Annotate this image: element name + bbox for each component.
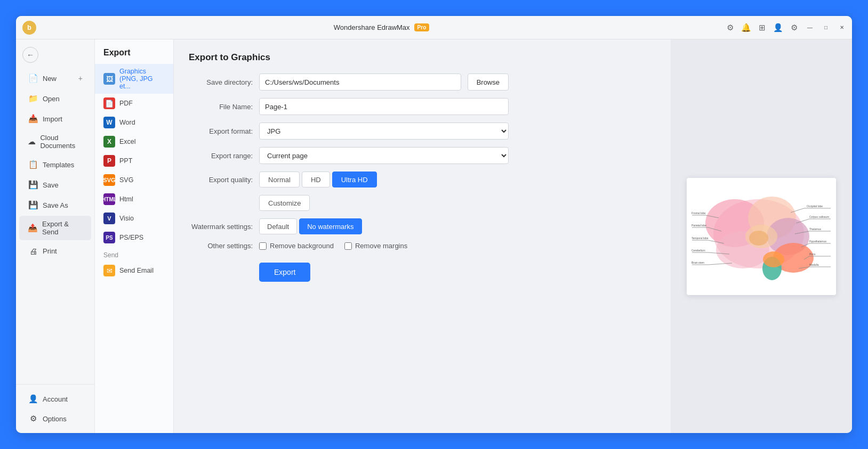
export-item-pseps[interactable]: PS PS/EPS bbox=[95, 228, 173, 247]
close-button[interactable]: ✕ bbox=[838, 24, 846, 31]
help-icon[interactable]: ⚙ bbox=[727, 23, 734, 32]
export-range-label: Export range: bbox=[189, 152, 253, 160]
export-svg-label: SVG bbox=[119, 176, 133, 184]
options-icon: ⚙ bbox=[28, 413, 38, 424]
remove-margins-label[interactable]: Remove margins bbox=[344, 242, 407, 250]
sidebar-open-label: Open bbox=[43, 95, 60, 103]
remove-background-checkbox[interactable] bbox=[259, 242, 267, 250]
notification-icon[interactable]: 🔔 bbox=[741, 23, 751, 32]
export-graphics-label: Graphics (PNG, JPG et... bbox=[119, 68, 165, 90]
sidebar-item-account[interactable]: 👤 Account bbox=[19, 389, 91, 409]
export-item-html[interactable]: HTML Html bbox=[95, 190, 173, 209]
minimize-button[interactable]: — bbox=[806, 24, 814, 31]
graphics-icon: 🖼 bbox=[103, 73, 115, 85]
export-item-graphics[interactable]: 🖼 Graphics (PNG, JPG et... bbox=[95, 64, 173, 94]
sidebar-item-new[interactable]: 📄 New + bbox=[19, 69, 91, 88]
svg-point-9 bbox=[749, 231, 768, 246]
sidebar-item-save[interactable]: 💾 Save bbox=[19, 175, 91, 194]
svg-text:Parietal lobe: Parietal lobe bbox=[692, 224, 706, 227]
preview-area: Frontal lobe Parietal lobe Temporal lobe… bbox=[671, 39, 852, 433]
visio-icon: V bbox=[103, 213, 115, 224]
export-button[interactable]: Export bbox=[259, 263, 310, 282]
back-button[interactable]: ← bbox=[22, 47, 38, 63]
export-item-excel[interactable]: X Excel bbox=[95, 132, 173, 151]
customize-button[interactable]: Customize bbox=[259, 195, 310, 211]
svg-text:Cerebellum: Cerebellum bbox=[692, 249, 705, 252]
svg-text:Medulla: Medulla bbox=[809, 263, 819, 266]
remove-background-label[interactable]: Remove background bbox=[259, 242, 334, 250]
preview-card: Frontal lobe Parietal lobe Temporal lobe… bbox=[687, 178, 836, 295]
watermark-label: Watermark settings: bbox=[189, 223, 253, 231]
settings-icon[interactable]: ⚙ bbox=[791, 23, 798, 32]
export-format-row: Export format: JPG PNG BMP GIF TIFF SVG bbox=[189, 123, 509, 140]
sidebar-export-label: Export & Send bbox=[42, 220, 83, 236]
watermark-none-button[interactable]: No watermarks bbox=[299, 218, 361, 234]
user-icon[interactable]: 👤 bbox=[773, 23, 783, 32]
export-html-label: Html bbox=[119, 195, 133, 203]
sidebar-item-print[interactable]: 🖨 Print bbox=[19, 241, 91, 260]
svg-text:Brain stem: Brain stem bbox=[692, 261, 704, 264]
sidebar-item-open[interactable]: 📁 Open bbox=[19, 89, 91, 108]
export-item-pdf[interactable]: 📄 PDF bbox=[95, 94, 173, 113]
svg-text:Frontal lobe: Frontal lobe bbox=[692, 211, 706, 215]
sidebar-item-import[interactable]: 📥 Import bbox=[19, 109, 91, 128]
templates-icon: 📋 bbox=[28, 159, 38, 170]
new-plus-icon: + bbox=[78, 74, 83, 83]
export-ppt-label: PPT bbox=[119, 157, 132, 165]
sidebar-item-export[interactable]: 📤 Export & Send bbox=[19, 216, 91, 240]
titlebar-icons: ⚙ 🔔 ⊞ 👤 ⚙ bbox=[727, 23, 798, 32]
new-icon: 📄 bbox=[28, 73, 38, 84]
export-format-select[interactable]: JPG PNG BMP GIF TIFF SVG bbox=[259, 123, 509, 140]
export-item-email[interactable]: ✉ Send Email bbox=[95, 261, 173, 280]
sidebar-top: ← bbox=[16, 44, 94, 66]
svg-text:Pons: Pons bbox=[809, 252, 816, 256]
export-quality-row: Export quality: Normal HD Ultra HD bbox=[189, 172, 509, 187]
svg-point-10 bbox=[763, 251, 784, 267]
html-icon: HTML bbox=[103, 193, 115, 205]
export-item-svg[interactable]: SVG SVG bbox=[95, 170, 173, 190]
remove-margins-checkbox[interactable] bbox=[344, 242, 352, 250]
export-icon: 📤 bbox=[28, 223, 38, 233]
watermark-default-button[interactable]: Default bbox=[259, 218, 297, 234]
other-settings-label: Other settings: bbox=[189, 242, 253, 250]
export-item-visio[interactable]: V Visio bbox=[95, 209, 173, 228]
svg-text:Occipital lobe: Occipital lobe bbox=[807, 205, 823, 208]
page-title: Export to Graphics bbox=[189, 52, 656, 63]
export-form: Save directory: Browse File Name: Export… bbox=[189, 74, 509, 282]
export-range-select[interactable]: Current page All pages Selected pages bbox=[259, 147, 509, 164]
export-pseps-label: PS/EPS bbox=[119, 234, 143, 241]
sidebar-item-templates[interactable]: 📋 Templates bbox=[19, 155, 91, 174]
quality-normal-button[interactable]: Normal bbox=[259, 172, 300, 187]
grid-icon[interactable]: ⊞ bbox=[759, 23, 766, 32]
export-excel-label: Excel bbox=[119, 138, 136, 145]
export-item-word[interactable]: W Word bbox=[95, 113, 173, 132]
svg-text:Corpus callosum: Corpus callosum bbox=[809, 215, 829, 218]
customize-row: Customize bbox=[189, 195, 509, 211]
sidebar-item-saveas[interactable]: 💾 Save As bbox=[19, 195, 91, 215]
brain-diagram: Frontal lobe Parietal lobe Temporal lobe… bbox=[689, 181, 833, 292]
file-name-label: File Name: bbox=[189, 103, 253, 111]
sidebar-saveas-label: Save As bbox=[43, 201, 68, 209]
export-format-label: Export format: bbox=[189, 127, 253, 135]
file-name-row: File Name: bbox=[189, 98, 509, 115]
pseps-icon: PS bbox=[103, 232, 115, 243]
maximize-button[interactable]: □ bbox=[822, 24, 830, 31]
export-visio-label: Visio bbox=[119, 215, 134, 222]
export-item-ppt[interactable]: P PPT bbox=[95, 151, 173, 170]
save-directory-input[interactable] bbox=[259, 74, 461, 91]
save-directory-label: Save directory: bbox=[189, 78, 253, 86]
save-directory-row: Save directory: Browse bbox=[189, 74, 509, 91]
sidebar-options-label: Options bbox=[43, 415, 67, 423]
quality-ultrahd-button[interactable]: Ultra HD bbox=[332, 172, 377, 187]
sidebar-item-options[interactable]: ⚙ Options bbox=[19, 409, 91, 428]
sidebar-item-cloud[interactable]: ☁ Cloud Documents bbox=[19, 129, 91, 154]
file-name-input[interactable] bbox=[259, 98, 509, 115]
app-title: Wondershare EdrawMax bbox=[334, 23, 410, 31]
titlebar-left: b bbox=[22, 21, 36, 35]
quality-hd-button[interactable]: HD bbox=[302, 172, 330, 187]
remove-margins-text: Remove margins bbox=[355, 242, 407, 250]
svg-text:Hypothalamus: Hypothalamus bbox=[809, 240, 826, 243]
sidebar-bottom: 👤 Account ⚙ Options bbox=[16, 384, 94, 429]
browse-button[interactable]: Browse bbox=[468, 74, 509, 91]
sidebar-left: ← 📄 New + 📁 Open 📥 Import ☁ Cloud Docume… bbox=[16, 39, 95, 433]
